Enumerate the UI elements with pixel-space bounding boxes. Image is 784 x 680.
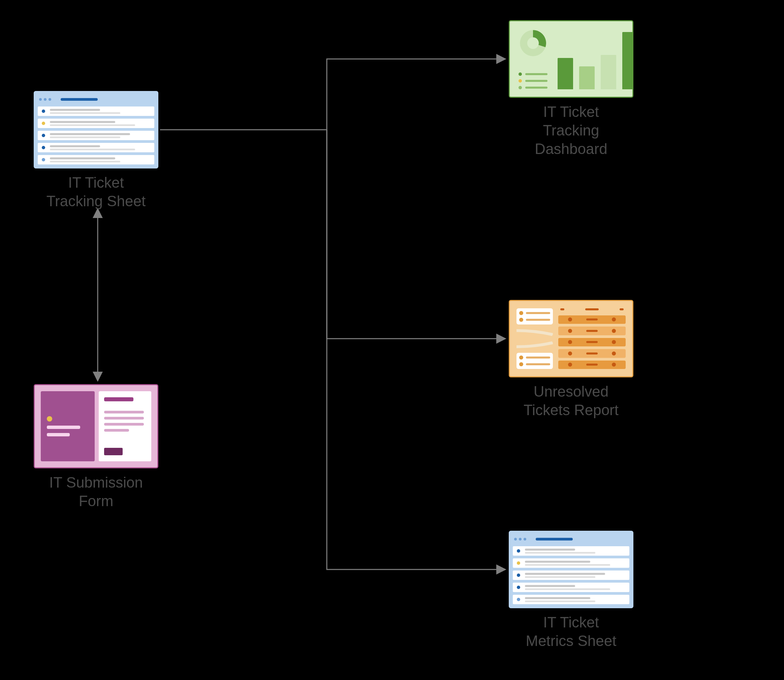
node-label: IT Ticket Tracking Dashboard (535, 102, 607, 158)
node-label: IT Submission Form (49, 473, 143, 510)
node-metrics-sheet: IT Ticket Metrics Sheet (509, 531, 633, 650)
chart-bar (601, 55, 616, 89)
sheet-row (38, 107, 154, 116)
sheet-row (513, 546, 629, 556)
chart-bar (622, 32, 633, 89)
sheet-row (38, 143, 154, 152)
chart-bar (579, 66, 595, 89)
report-icon (509, 300, 633, 378)
form-icon (34, 384, 158, 468)
sheet-icon (34, 91, 158, 168)
node-dashboard: IT Ticket Tracking Dashboard (509, 20, 633, 158)
legend-item (518, 86, 548, 89)
dashboard-icon (509, 20, 633, 98)
node-submission-form: IT Submission Form (34, 384, 158, 510)
node-label: IT Ticket Metrics Sheet (526, 613, 617, 650)
node-report: Unresolved Tickets Report (509, 300, 633, 419)
legend-item (518, 79, 548, 83)
sheet-row (513, 582, 629, 592)
svg-point-1 (527, 38, 539, 49)
legend-item (518, 72, 548, 76)
node-label: IT Ticket Tracking Sheet (47, 173, 146, 210)
sheet-icon (509, 531, 633, 608)
node-tracking-sheet: IT Ticket Tracking Sheet (34, 91, 158, 210)
sheet-row (38, 155, 154, 164)
sheet-row (513, 595, 629, 604)
sheet-row (38, 131, 154, 140)
sheet-row (38, 119, 154, 128)
sheet-row (513, 558, 629, 568)
sheet-row (513, 570, 629, 580)
chart-bar (557, 58, 573, 90)
node-label: Unresolved Tickets Report (524, 382, 619, 419)
